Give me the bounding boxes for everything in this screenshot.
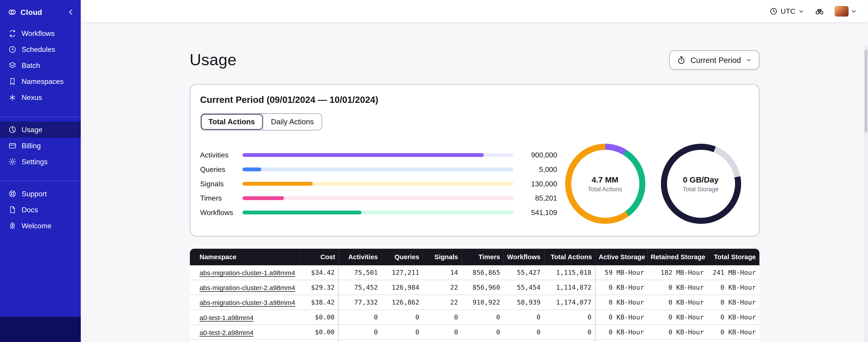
cell-namespace: a0-test-2.a98mm4	[190, 325, 300, 340]
cell-total-storage: 0 KB-Hour	[707, 340, 759, 342]
cell-queries: 127,211	[381, 265, 423, 280]
docs-icon	[8, 206, 17, 214]
binoculars-button[interactable]	[814, 6, 825, 16]
sidebar-item-label: Batch	[22, 61, 40, 70]
account-menu[interactable]	[835, 6, 857, 16]
cell-namespace: abs-migration-cluster-2.a98mm4	[190, 280, 300, 295]
cell-retained-storage: 182 MB-Hour	[647, 265, 707, 280]
cell-total-storage: 0 KB-Hour	[707, 325, 759, 340]
cell-total-storage: 0 KB-Hour	[707, 310, 759, 325]
sidebar-item-namespaces[interactable]: Namespaces	[0, 73, 81, 90]
batch-icon	[8, 61, 17, 70]
namespace-link[interactable]: abs-migration-cluster-2.a98mm4	[199, 284, 295, 292]
bar-row-signals: Signals130,000	[200, 177, 557, 191]
cell-cost: $38.42	[300, 295, 339, 310]
sidebar-item-welcome[interactable]: Welcome	[0, 218, 81, 234]
column-header-queries: Queries	[381, 249, 423, 266]
column-header-namespace: Namespace	[190, 249, 300, 266]
bar-label: Workflows	[200, 208, 242, 217]
cell-timers: 0	[461, 310, 503, 325]
sidebar-collapse-button[interactable]	[66, 8, 75, 16]
cell-activities: 77,332	[338, 295, 381, 310]
sidebar-item-label: Workflows	[22, 29, 55, 38]
sidebar-item-nexus[interactable]: Nexus	[0, 90, 81, 106]
column-header-activities: Activities	[338, 249, 381, 266]
column-header-timers: Timers	[461, 249, 503, 266]
cell-activities: 75,501	[338, 265, 381, 280]
sidebar-item-label: Support	[22, 190, 47, 198]
sidebar-item-docs[interactable]: Docs	[0, 202, 81, 218]
tab-daily-actions[interactable]: Daily Actions	[263, 114, 321, 130]
brand-label: Cloud	[21, 8, 63, 16]
bar-fill	[242, 210, 362, 214]
bar-label: Queries	[200, 165, 242, 174]
cell-queries: 0	[381, 310, 423, 325]
period-selector-button[interactable]: Current Period	[670, 50, 759, 70]
cell-activities: 0	[338, 340, 381, 342]
cell-signals: 22	[423, 295, 462, 310]
column-header-total-storage: Total Storage	[707, 249, 759, 266]
cell-retained-storage: 0 KB-Hour	[647, 325, 707, 340]
sidebar-item-label: Namespaces	[22, 77, 64, 86]
cell-retained-storage: 0 KB-Hour	[647, 295, 707, 310]
cell-workflows: 1	[503, 340, 544, 342]
namespace-link[interactable]: abs-migration-cluster-3.a98mm4	[199, 299, 295, 307]
bar-label: Signals	[200, 179, 242, 188]
app-root: Cloud WorkflowsSchedulesBatchNamespacesN…	[0, 0, 868, 342]
cell-active-storage: 0 KB-Hour	[595, 295, 647, 310]
table-row: a0-test-2.a98mm4$0.000000000 KB-Hour0 KB…	[190, 325, 759, 340]
cell-total-actions: 0	[544, 310, 595, 325]
cell-cost: $0.00	[300, 310, 339, 325]
bar-track	[242, 153, 514, 157]
namespace-link[interactable]: abs-migration-cluster-1.a98mm4	[199, 269, 295, 277]
cell-signals: 14	[423, 265, 462, 280]
topbar: UTC	[81, 0, 868, 23]
sidebar-item-settings[interactable]: Settings	[0, 153, 81, 170]
nexus-icon	[8, 93, 17, 102]
sidebar: Cloud WorkflowsSchedulesBatchNamespacesN…	[0, 0, 81, 342]
total-actions-value: 4.7 MM	[592, 175, 618, 184]
sidebar-item-schedules[interactable]: Schedules	[0, 41, 81, 58]
bar-track	[242, 196, 514, 200]
clock-icon	[770, 7, 778, 15]
cell-total-actions: 1	[544, 340, 595, 342]
sidebar-item-usage[interactable]: Usage	[0, 122, 81, 138]
card-title: Current Period (09/01/2024 — 10/01/2024)	[200, 95, 749, 105]
sidebar-item-billing[interactable]: Billing	[0, 138, 81, 153]
sidebar-item-label: Docs	[22, 206, 38, 214]
scrollbar-thumb[interactable]	[865, 50, 867, 133]
sidebar-item-workflows[interactable]: Workflows	[0, 26, 81, 41]
chevron-down-icon	[745, 57, 751, 63]
sidebar-item-support[interactable]: Support	[0, 186, 81, 202]
cell-signals: 0	[423, 340, 462, 342]
namespace-link[interactable]: a0-test-2.a98mm4	[199, 329, 253, 337]
page-title: Usage	[190, 51, 237, 69]
schedules-icon	[8, 45, 17, 54]
sidebar-item-label: Nexus	[22, 93, 42, 102]
scrollbar-track[interactable]	[864, 45, 868, 342]
cell-activities: 0	[338, 325, 381, 340]
sidebar-item-label: Welcome	[22, 221, 52, 230]
bar-fill	[242, 153, 484, 157]
sidebar-item-batch[interactable]: Batch	[0, 58, 81, 73]
tab-total-actions[interactable]: Total Actions	[200, 114, 262, 130]
total-storage-donut-center: 0 GB/Day Total Storage	[667, 150, 735, 218]
total-actions-donut-center: 4.7 MM Total Actions	[571, 150, 639, 218]
cell-cost: $0.00	[300, 340, 339, 342]
cell-total-storage: 241 MB-Hour	[707, 265, 759, 280]
table-header-row: NamespaceCostActivitiesQueriesSignalsTim…	[190, 249, 759, 266]
cell-namespace: bk-worker-test.a98mm4	[190, 340, 300, 342]
namespaces-icon	[8, 77, 17, 86]
table-row: abs-migration-cluster-2.a98mm4$29.3275,4…	[190, 280, 759, 295]
brand: Cloud	[0, 0, 81, 24]
cell-signals: 0	[423, 325, 462, 340]
timezone-selector[interactable]: UTC	[770, 7, 804, 15]
cell-queries: 126,862	[381, 295, 423, 310]
cell-namespace: abs-migration-cluster-1.a98mm4	[190, 265, 300, 280]
cell-active-storage: 0 KB-Hour	[595, 325, 647, 340]
sidebar-item-label: Usage	[22, 126, 42, 134]
namespace-link[interactable]: a0-test-1.a98mm4	[199, 314, 253, 322]
column-header-signals: Signals	[423, 249, 462, 266]
namespace-usage-table: NamespaceCostActivitiesQueriesSignalsTim…	[190, 249, 759, 342]
bar-track	[242, 210, 514, 214]
